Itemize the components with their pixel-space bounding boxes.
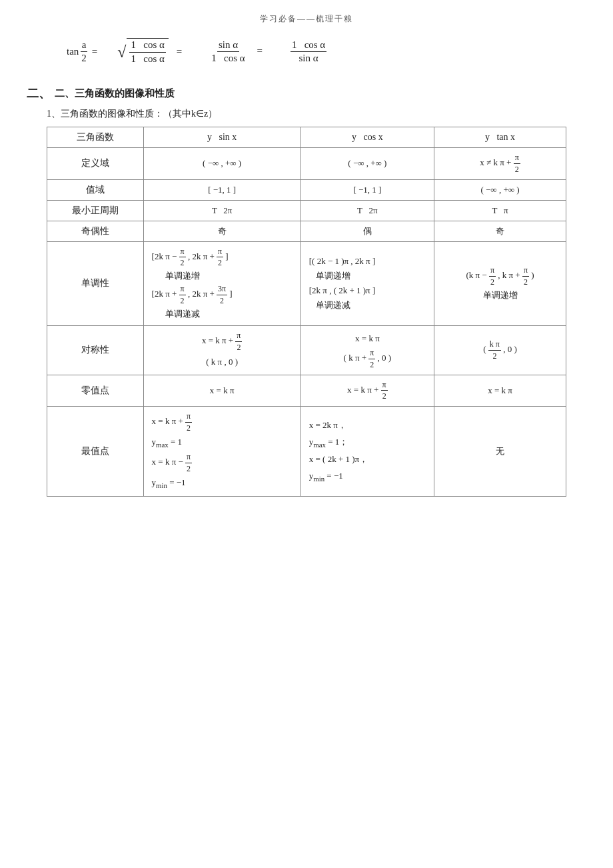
sin-over-1pluscos: sin α 1 cos α = (210, 39, 271, 65)
formula-section: tan a 2 = √ 1 cos α 1 cos α = sin α 1 co… (67, 38, 586, 65)
tan-symmetry: ( k π 2 , 0 ) (434, 325, 566, 375)
label-symmetry: 对称性 (47, 325, 144, 375)
sin-period: T 2π (143, 200, 301, 221)
sin-parity: 奇 (143, 221, 301, 241)
tan-monotone: (k π − π 2 , k π + π 2 ) 单调递增 (434, 241, 566, 325)
row-parity: 奇偶性 奇 偶 奇 (47, 221, 566, 241)
sub-title: 1、三角函数的图像和性质：（其中k∈z） (47, 108, 586, 120)
sin-range: [ −1, 1 ] (143, 179, 301, 200)
tan-extrema: 无 (434, 407, 566, 497)
cos-monotone: [( 2k − 1 )π , 2k π ] 单调递增 [2k π , ( 2k … (301, 241, 434, 325)
cos-period: T 2π (301, 200, 434, 221)
tan-domain: x ≠ k π + π 2 (434, 148, 566, 180)
section-title: 二、 二、三角函数的图像和性质 (27, 85, 586, 101)
row-domain: 定义域 ( −∞ , +∞ ) ( −∞ , +∞ ) x ≠ k π + π … (47, 148, 566, 180)
row-monotone: 单调性 [2k π − π 2 , 2k π + π 2 ] 单调递增 [2k … (47, 241, 566, 325)
tan-parity: 奇 (434, 221, 566, 241)
sin-monotone: [2k π − π 2 , 2k π + π 2 ] 单调递增 [2k π + … (143, 241, 301, 325)
tan-expression: tan a 2 = (67, 39, 97, 65)
cos-range: [ −1, 1 ] (301, 179, 434, 200)
sin-zeros: x = k π (143, 375, 301, 407)
cos-parity: 偶 (301, 221, 434, 241)
col-header-tanx: y tan x (434, 127, 566, 148)
row-range: 值域 [ −1, 1 ] [ −1, 1 ] ( −∞ , +∞ ) (47, 179, 566, 200)
cos-domain: ( −∞ , +∞ ) (301, 148, 434, 180)
row-extrema: 最值点 x = k π + π 2 ymax = 1 x = k π − π 2 (47, 407, 566, 497)
col-header-trig: 三角函数 (47, 127, 144, 148)
cos-extrema: x = 2k π， ymax = 1； x = ( 2k + 1 )π， ymi… (301, 407, 434, 497)
row-symmetry: 对称性 x = k π + π 2 ( k π , 0 ) x = k π ( … (47, 325, 566, 375)
trig-table: 三角函数 y sin x y cos x y tan x 定义域 ( −∞ , … (47, 127, 566, 497)
page-header: 学习必备——梳理干粮 (27, 13, 586, 25)
sin-extrema: x = k π + π 2 ymax = 1 x = k π − π 2 ymi… (143, 407, 301, 497)
tan-range: ( −∞ , +∞ ) (434, 179, 566, 200)
sin-domain: ( −∞ , +∞ ) (143, 148, 301, 180)
col-header-sinx: y sin x (143, 127, 301, 148)
col-header-cosx: y cos x (301, 127, 434, 148)
label-range: 值域 (47, 179, 144, 200)
label-parity: 奇偶性 (47, 221, 144, 241)
label-monotone: 单调性 (47, 241, 144, 325)
tan-period: T π (434, 200, 566, 221)
label-extrema: 最值点 (47, 407, 144, 497)
sin-symmetry: x = k π + π 2 ( k π , 0 ) (143, 325, 301, 375)
label-period: 最小正周期 (47, 200, 144, 221)
label-domain: 定义域 (47, 148, 144, 180)
1minuscos-over-sin: 1 cos α sin α (291, 39, 326, 65)
cos-symmetry: x = k π ( k π + π 2 , 0 ) (301, 325, 434, 375)
sqrt-formula: √ 1 cos α 1 cos α = (117, 38, 190, 65)
tan-zeros: x = k π (434, 375, 566, 407)
row-period: 最小正周期 T 2π T 2π T π (47, 200, 566, 221)
cos-zeros: x = k π + π 2 (301, 375, 434, 407)
row-zeros: 零值点 x = k π x = k π + π 2 x = k π (47, 375, 566, 407)
label-zeros: 零值点 (47, 375, 144, 407)
